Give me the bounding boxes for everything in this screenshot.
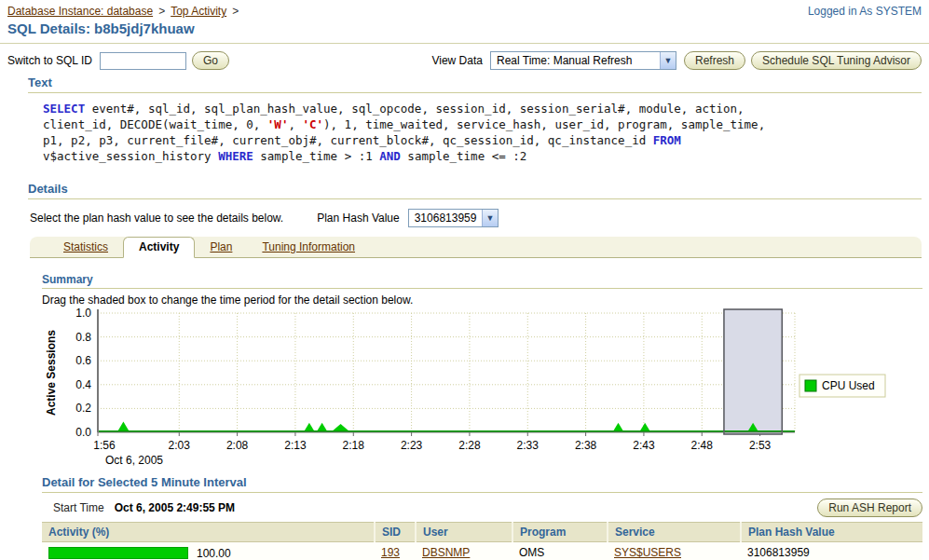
schedule-sql-tuning-advisor-button[interactable]: Schedule SQL Tuning Advisor: [751, 51, 922, 70]
y-tick-label: 0.6: [75, 354, 91, 367]
plan-hash-value-label: Plan Hash Value: [317, 212, 400, 225]
start-time-value: Oct 6, 2005 2:49:55 PM: [115, 501, 235, 514]
summary-heading: Summary: [42, 273, 922, 289]
breadcrumb-separator: >: [232, 5, 239, 18]
column-header-user: User: [416, 523, 512, 542]
sid-link[interactable]: 193: [381, 546, 400, 559]
column-header-program: Program: [512, 523, 608, 542]
activity-cell: 100.00: [42, 542, 375, 560]
tab-statistics[interactable]: Statistics: [48, 238, 123, 257]
x-axis-date-label: Oct 6, 2005: [105, 454, 163, 467]
chevron-down-icon: ▼: [660, 52, 676, 69]
user-cell: DBSNMP: [416, 542, 512, 560]
x-tick-label: 2:18: [343, 439, 365, 452]
x-tick-label: 2:33: [517, 439, 540, 452]
toolbar: Switch to SQL ID Go View Data Real Time:…: [0, 44, 929, 75]
plan-hash-value-select[interactable]: 3106813959 ▼: [408, 209, 499, 227]
ash-detail-table: Activity (%)SIDUserProgramServicePlan Ha…: [42, 522, 922, 560]
sql-line: p1, p2, p3, current_file#, current_obj#,…: [43, 132, 922, 148]
breadcrumb-link-0[interactable]: Database Instance: database: [7, 5, 153, 18]
breadcrumb-link-1[interactable]: Top Activity: [171, 5, 226, 18]
y-tick-label: 0.0: [75, 426, 91, 439]
service-link[interactable]: SYS$USERS: [614, 546, 681, 559]
column-header-sid: SID: [375, 523, 416, 542]
plan-hash-value: 3106813959: [747, 546, 810, 559]
y-tick-label: 1.0: [75, 307, 91, 320]
sql-line: v$active_session_history WHERE sample_ti…: [43, 148, 922, 164]
logged-in-status: Logged in As SYSTEM: [808, 5, 922, 18]
view-data-selected-value: Real Time: Manual Refresh: [491, 54, 637, 67]
column-header-plan-hash-value: Plan Hash Value: [741, 523, 922, 542]
column-header-service: Service: [608, 523, 741, 542]
tab-activity[interactable]: Activity: [123, 237, 195, 258]
switch-to-sql-id-label: Switch to SQL ID: [7, 54, 92, 67]
text-section: Text SELECT event#, sql_id, sql_plan_has…: [28, 75, 922, 164]
y-tick-label: 0.2: [75, 402, 91, 415]
x-tick-label: 2:28: [458, 439, 481, 452]
x-tick-label: 2:48: [691, 439, 714, 452]
refresh-button[interactable]: Refresh: [684, 51, 745, 70]
sid-cell: 193: [375, 542, 416, 560]
details-section: Details Select the plan hash value to se…: [28, 182, 922, 258]
ash-table-body: 100.00193DBSNMPOMSSYS$USERS3106813959: [42, 542, 922, 560]
tab-bar: StatisticsActivityPlanTuning Information: [30, 237, 922, 258]
plan-hash-selected-value: 3106813959: [409, 212, 483, 225]
sql-line: client_id, DECODE(wait_time, 0, 'W', 'C'…: [43, 116, 922, 132]
sql-id-input[interactable]: [100, 52, 186, 70]
drag-instruction: Drag the shaded box to change the time p…: [42, 294, 922, 307]
x-tick-label: 2:53: [749, 439, 772, 452]
plan-hash-instruction: Select the plan hash value to see the de…: [30, 212, 283, 225]
legend-label: CPU Used: [822, 379, 875, 392]
program-cell: OMS: [512, 542, 608, 560]
table-row: 100.00193DBSNMPOMSSYS$USERS3106813959: [42, 542, 922, 560]
page-title: SQL Details: b8b5jdj7khuaw: [7, 20, 929, 36]
selection-box-fill: [724, 309, 782, 434]
tab-tuning-information[interactable]: Tuning Information: [247, 238, 370, 257]
ash-table-header-row: Activity (%)SIDUserProgramServicePlan Ha…: [42, 523, 922, 542]
y-axis-title: Active Sessions: [45, 330, 58, 416]
x-tick-label: 1:56: [93, 439, 116, 452]
program-value: OMS: [519, 546, 544, 559]
user-link[interactable]: DBSNMP: [422, 546, 470, 559]
text-section-heading: Text: [28, 75, 922, 93]
service-cell: SYS$USERS: [608, 542, 741, 560]
active-sessions-chart: 1.00.80.60.40.20.01:562:032:082:132:182:…: [42, 307, 922, 468]
tab-plan[interactable]: Plan: [195, 238, 247, 257]
cpu-used-swatch-icon: [805, 380, 816, 391]
plan-hash-cell: 3106813959: [741, 542, 922, 560]
activity-percent-value: 100.00: [197, 547, 231, 560]
y-tick-label: 0.4: [75, 378, 91, 391]
top-bar: Database Instance: database>Top Activity…: [0, 0, 929, 18]
detail-interval-heading: Detail for Selected 5 Minute Interval: [42, 475, 922, 493]
sql-text: SELECT event#, sql_id, sql_plan_hash_val…: [43, 101, 922, 164]
start-time-label: Start Time: [53, 501, 104, 514]
go-button[interactable]: Go: [192, 51, 229, 70]
breadcrumb-separator: >: [158, 5, 165, 18]
x-tick-label: 2:23: [401, 439, 423, 452]
sql-line: SELECT event#, sql_id, sql_plan_hash_val…: [43, 101, 922, 116]
run-ash-report-button[interactable]: Run ASH Report: [817, 499, 922, 517]
view-data-select[interactable]: Real Time: Manual Refresh ▼: [490, 51, 676, 70]
x-tick-label: 2:03: [169, 439, 191, 452]
y-tick-label: 0.8: [75, 331, 91, 344]
view-data-label: View Data: [431, 54, 482, 67]
activity-tab-content: Summary Drag the shaded box to change th…: [42, 273, 922, 560]
x-tick-label: 2:08: [226, 439, 249, 452]
chevron-down-icon: ▼: [482, 210, 497, 226]
x-tick-label: 2:43: [633, 439, 655, 452]
x-tick-label: 2:13: [284, 439, 307, 452]
column-header-activity-: Activity (%): [42, 523, 375, 542]
x-tick-label: 2:38: [575, 439, 597, 452]
breadcrumb: Database Instance: database>Top Activity…: [7, 5, 244, 18]
details-section-heading: Details: [28, 182, 922, 199]
activity-bar: [48, 547, 188, 559]
